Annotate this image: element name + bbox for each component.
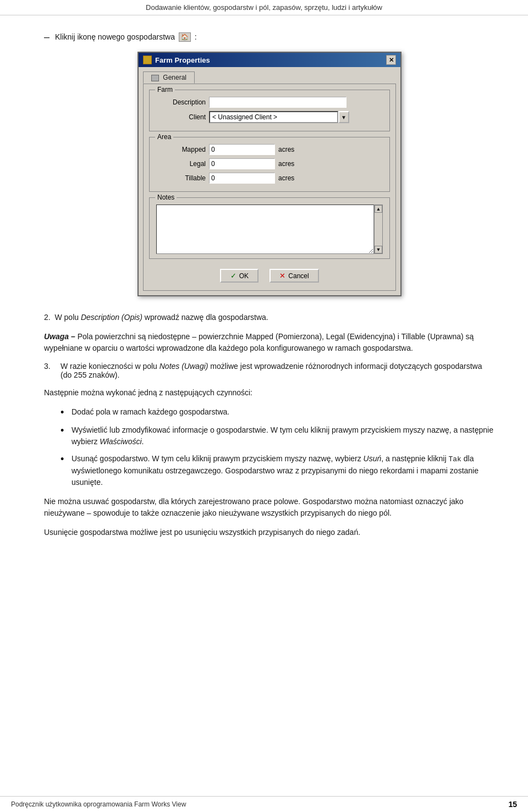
tillable-label: Tillable [156, 174, 206, 182]
para3-text-start: W razie konieczności w polu [61, 362, 160, 371]
para2-text-end: wprowadź nazwę dla gospodarstwa. [142, 313, 268, 322]
client-select-container: < Unassigned Client > ▼ [209, 111, 349, 123]
tab-general[interactable]: General [143, 71, 195, 84]
ok-checkmark-icon: ✓ [230, 272, 237, 280]
para3-content: W razie konieczności w polu Notes (Uwagi… [61, 362, 495, 379]
legal-label: Legal [156, 160, 206, 168]
bullet-dot-2: • [61, 424, 72, 437]
notes-section-label: Notes [155, 194, 177, 201]
end-para2-text: Usunięcie gospodarstwa możliwe jest po u… [44, 528, 360, 537]
dialog-body: General Farm Description Client [139, 67, 400, 295]
cancel-x-icon: ✕ [279, 272, 285, 280]
bullet3-italic1: Usuń [364, 454, 382, 463]
bullet2-text-end: . [142, 437, 144, 446]
farm-new-icon: 🏠 [179, 32, 191, 42]
scrollbar-up-btn[interactable]: ▲ [375, 205, 382, 213]
client-select-box[interactable]: < Unassigned Client > [209, 111, 338, 123]
farm-section-label: Farm [155, 86, 175, 93]
farm-properties-dialog: Farm Properties ✕ General Farm [138, 52, 402, 296]
mapped-row: Mapped acres [156, 144, 383, 155]
para2-description-italic: Description (Opis) [81, 313, 142, 322]
scrollbar-down-btn[interactable]: ▼ [375, 246, 382, 253]
bullet-item-2: • Wyświetlić lub zmodyfikować informacje… [61, 424, 495, 448]
notes-textarea-wrapper: ▲ ▼ [156, 205, 383, 254]
bullet2-italic: Właściwości [100, 437, 141, 446]
tab-general-label: General [163, 74, 186, 81]
tillable-unit: acres [278, 174, 294, 182]
end-paragraph-1: Nie można usuwać gospodarstw, dla któryc… [44, 496, 495, 519]
dialog-title: Farm Properties [155, 56, 210, 64]
bullet-item-3: • Usunąć gospodarstwo. W tym celu klikni… [61, 453, 495, 488]
description-row: Description [156, 97, 383, 108]
bullet-list: • Dodać pola w ramach każdego gospodarst… [61, 406, 495, 488]
dash-symbol: – [44, 32, 50, 42]
client-row: Client < Unassigned Client > ▼ [156, 111, 383, 123]
paragraph-3: 3. W razie konieczności w polu Notes (Uw… [44, 362, 495, 379]
intro-line: – Kliknij ikonę nowego gospodarstwa 🏠 : [44, 32, 495, 42]
dialog-footer: ✓ OK ✕ Cancel [149, 264, 390, 285]
bullet3-mono: Tak [448, 455, 461, 463]
page-number: 15 [508, 800, 517, 809]
dialog-wrapper: Farm Properties ✕ General Farm [44, 52, 495, 296]
intro-text-before: Kliknij ikonę nowego gospodarstwa [55, 32, 175, 41]
nastepnie-text: Następnie można wykonać jedną z następuj… [44, 388, 252, 397]
paragraph-2: 2. W polu Description (Opis) wprowadź na… [44, 312, 495, 323]
bullet-dot-3: • [61, 453, 72, 466]
tillable-row: Tillable acres [156, 173, 383, 184]
dialog-tab-content: Farm Description Client < Unassigned Cli… [143, 84, 396, 291]
bullet-text-1: Dodać pola w ramach każdego gospodarstwa… [72, 406, 495, 418]
nastepnie-block: Następnie można wykonać jedną z następuj… [44, 387, 495, 399]
notes-textarea[interactable] [156, 205, 374, 254]
tab-icon [151, 75, 159, 81]
cancel-label: Cancel [288, 272, 309, 280]
bullet-item-1: • Dodać pola w ramach każdego gospodarst… [61, 406, 495, 419]
mapped-label: Mapped [156, 146, 206, 153]
footer-left: Podręcznik użytkownika oprogramowania Fa… [11, 800, 186, 808]
header-title: Dodawanie klientów, gospodarstw i pól, z… [146, 3, 382, 12]
page-header: Dodawanie klientów, gospodarstw i pól, z… [0, 0, 528, 15]
notes-section: Notes ▲ ▼ [149, 197, 390, 259]
dialog-title-icon [143, 56, 152, 64]
bullet-text-3: Usunąć gospodarstwo. W tym celu kliknij … [72, 453, 495, 488]
end-para1-text: Nie można usuwać gospodarstw, dla któryc… [44, 497, 464, 517]
legal-unit: acres [278, 160, 294, 168]
bullet3-text-start: Usunąć gospodarstwo. W tym celu kliknij … [72, 454, 364, 463]
mapped-input[interactable] [209, 144, 275, 155]
para2-number: 2. [44, 313, 51, 322]
ok-label: OK [239, 272, 249, 280]
page-footer: Podręcznik użytkownika oprogramowania Fa… [0, 796, 528, 812]
bullet-text-2: Wyświetlić lub zmodyfikować informacje o… [72, 424, 495, 448]
mapped-unit: acres [278, 146, 294, 153]
client-select-value: < Unassigned Client > [212, 113, 335, 121]
legal-input[interactable] [209, 158, 275, 169]
end-paragraph-2: Usunięcie gospodarstwa możliwe jest po u… [44, 527, 495, 538]
tillable-input[interactable] [209, 173, 275, 184]
para2-text-start: W polu [54, 313, 80, 322]
cancel-button[interactable]: ✕ Cancel [270, 269, 318, 283]
uwaga-text: Pola powierzchni są niedostępne – powier… [44, 332, 474, 352]
bullet3-text-mid1: , a następnie kliknij [381, 454, 448, 463]
dialog-close-button[interactable]: ✕ [386, 55, 396, 65]
ok-button[interactable]: ✓ OK [220, 269, 258, 283]
bullet-dot-1: • [61, 406, 72, 419]
intro-text-after: : [195, 32, 197, 41]
description-label: Description [156, 98, 206, 106]
client-dropdown-arrow[interactable]: ▼ [338, 111, 349, 123]
client-label: Client [156, 113, 206, 121]
dialog-tabs: General [143, 71, 396, 84]
dialog-titlebar: Farm Properties ✕ [139, 53, 400, 67]
area-section: Area Mapped acres Legal acres Ti [149, 137, 390, 192]
para3-notes-italic: Notes (Uwagi) [160, 362, 208, 371]
area-section-label: Area [155, 133, 173, 141]
uwaga-label: Uwaga – [44, 332, 75, 341]
description-input[interactable] [209, 97, 346, 108]
uwaga-block: Uwaga – Pola powierzchni są niedostępne … [44, 331, 495, 354]
farm-section: Farm Description Client < Unassigned Cli… [149, 90, 390, 131]
notes-scrollbar: ▲ ▼ [374, 205, 383, 254]
legal-row: Legal acres [156, 158, 383, 169]
para3-number: 3. [44, 362, 61, 379]
